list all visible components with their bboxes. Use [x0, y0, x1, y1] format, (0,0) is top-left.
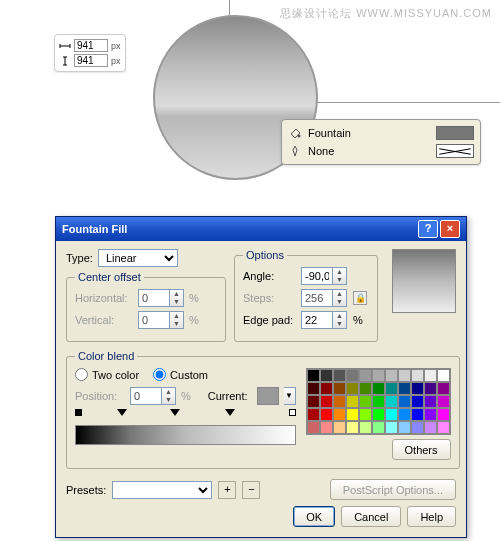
- close-button[interactable]: ×: [440, 220, 460, 238]
- palette-swatch[interactable]: [307, 395, 320, 408]
- palette-swatch[interactable]: [320, 408, 333, 421]
- dialog-titlebar[interactable]: Fountain Fill ? ×: [56, 217, 466, 241]
- outline-none-swatch[interactable]: [436, 144, 474, 158]
- edgepad-input[interactable]: [301, 311, 333, 329]
- cancel-button[interactable]: Cancel: [341, 506, 401, 527]
- custom-radio[interactable]: Custom: [153, 368, 208, 381]
- palette-swatch[interactable]: [385, 369, 398, 382]
- palette-swatch[interactable]: [346, 395, 359, 408]
- palette-swatch[interactable]: [307, 369, 320, 382]
- palette-swatch[interactable]: [385, 408, 398, 421]
- lock-icon[interactable]: 🔒: [353, 291, 367, 305]
- palette-swatch[interactable]: [320, 369, 333, 382]
- palette-swatch[interactable]: [411, 369, 424, 382]
- preset-add-button[interactable]: +: [218, 481, 236, 499]
- palette-swatch[interactable]: [359, 369, 372, 382]
- fill-outline-panel: Fountain None: [281, 119, 481, 165]
- width-icon: [59, 41, 71, 51]
- palette-swatch[interactable]: [437, 382, 450, 395]
- palette-swatch[interactable]: [307, 382, 320, 395]
- palette-swatch[interactable]: [411, 382, 424, 395]
- palette-swatch[interactable]: [333, 395, 346, 408]
- gradient-stop[interactable]: [75, 409, 82, 416]
- palette-swatch[interactable]: [333, 421, 346, 434]
- color-palette[interactable]: [306, 368, 451, 435]
- palette-swatch[interactable]: [398, 408, 411, 421]
- palette-swatch[interactable]: [372, 369, 385, 382]
- palette-swatch[interactable]: [437, 408, 450, 421]
- palette-swatch[interactable]: [359, 421, 372, 434]
- width-input[interactable]: 941: [74, 39, 108, 52]
- horizontal-label: Horizontal:: [75, 292, 133, 304]
- type-select[interactable]: Linear: [98, 249, 178, 267]
- steps-label: Steps:: [243, 292, 301, 304]
- dropdown-icon[interactable]: ▼: [284, 387, 296, 405]
- color-blend-group: Color blend Two color Custom Position: ▲…: [66, 350, 460, 469]
- angle-input[interactable]: [301, 267, 333, 285]
- preset-remove-button[interactable]: −: [242, 481, 260, 499]
- palette-swatch[interactable]: [385, 395, 398, 408]
- gradient-stop[interactable]: [117, 409, 127, 416]
- palette-swatch[interactable]: [424, 421, 437, 434]
- gradient-stop[interactable]: [225, 409, 235, 416]
- twocolor-radio[interactable]: Two color: [75, 368, 139, 381]
- palette-swatch[interactable]: [320, 382, 333, 395]
- gradient-stop[interactable]: [170, 409, 180, 416]
- help-button[interactable]: Help: [407, 506, 456, 527]
- others-button[interactable]: Others: [392, 439, 451, 460]
- current-color-swatch[interactable]: [257, 387, 279, 405]
- horizontal-input: [138, 289, 170, 307]
- palette-swatch[interactable]: [398, 395, 411, 408]
- palette-swatch[interactable]: [359, 408, 372, 421]
- fill-swatch[interactable]: [436, 126, 474, 140]
- spinner-arrows[interactable]: ▲▼: [333, 267, 347, 285]
- palette-swatch[interactable]: [372, 395, 385, 408]
- palette-swatch[interactable]: [307, 408, 320, 421]
- height-input[interactable]: 941: [74, 54, 108, 67]
- palette-swatch[interactable]: [320, 395, 333, 408]
- palette-swatch[interactable]: [398, 382, 411, 395]
- fill-type-label[interactable]: Fountain: [308, 127, 430, 139]
- palette-swatch[interactable]: [437, 421, 450, 434]
- palette-swatch[interactable]: [411, 421, 424, 434]
- palette-swatch[interactable]: [385, 421, 398, 434]
- palette-swatch[interactable]: [424, 382, 437, 395]
- gradient-bar[interactable]: [75, 425, 296, 445]
- palette-swatch[interactable]: [424, 395, 437, 408]
- presets-select[interactable]: [112, 481, 212, 499]
- palette-swatch[interactable]: [437, 395, 450, 408]
- palette-swatch[interactable]: [346, 408, 359, 421]
- pen-outline-icon: [288, 144, 302, 158]
- palette-swatch[interactable]: [320, 421, 333, 434]
- palette-swatch[interactable]: [372, 408, 385, 421]
- palette-swatch[interactable]: [333, 382, 346, 395]
- palette-swatch[interactable]: [333, 408, 346, 421]
- fountain-fill-dialog: Fountain Fill ? × Type: Linear Center of…: [55, 216, 467, 538]
- palette-swatch[interactable]: [424, 408, 437, 421]
- position-label: Position:: [75, 390, 125, 402]
- palette-swatch[interactable]: [437, 369, 450, 382]
- help-titlebar-button[interactable]: ?: [418, 220, 438, 238]
- palette-swatch[interactable]: [385, 382, 398, 395]
- palette-swatch[interactable]: [359, 382, 372, 395]
- palette-swatch[interactable]: [411, 395, 424, 408]
- palette-swatch[interactable]: [372, 421, 385, 434]
- palette-swatch[interactable]: [346, 382, 359, 395]
- palette-swatch[interactable]: [424, 369, 437, 382]
- palette-swatch[interactable]: [398, 369, 411, 382]
- outline-type-label[interactable]: None: [308, 145, 430, 157]
- ok-button[interactable]: OK: [293, 506, 335, 527]
- palette-swatch[interactable]: [411, 408, 424, 421]
- spinner-arrows[interactable]: ▲▼: [333, 311, 347, 329]
- palette-swatch[interactable]: [346, 369, 359, 382]
- height-icon: [59, 56, 71, 66]
- palette-swatch[interactable]: [333, 369, 346, 382]
- palette-swatch[interactable]: [398, 421, 411, 434]
- palette-swatch[interactable]: [372, 382, 385, 395]
- palette-swatch[interactable]: [359, 395, 372, 408]
- options-group: Options Angle: ▲▼ Steps: ▲▼ 🔒 Edge pad: …: [234, 249, 378, 342]
- gradient-stop[interactable]: [289, 409, 296, 416]
- position-input: [130, 387, 162, 405]
- palette-swatch[interactable]: [346, 421, 359, 434]
- palette-swatch[interactable]: [307, 421, 320, 434]
